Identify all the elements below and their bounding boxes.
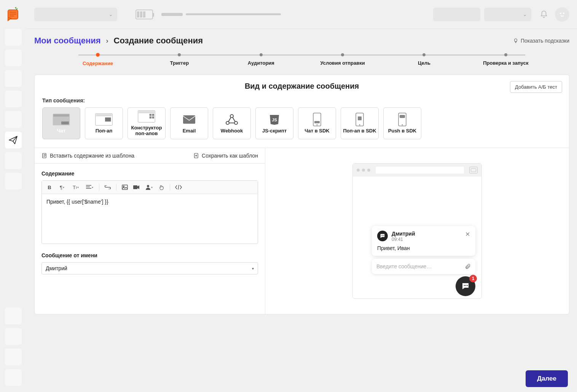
left-sidebar [0,0,27,392]
window-dot [367,169,370,172]
svg-point-42 [383,235,383,236]
type-email[interactable]: Email [170,107,208,139]
nav-item-10[interactable] [5,328,22,345]
type-sdk-popup[interactable]: Поп-ап в SDK [341,107,379,139]
svg-point-43 [383,235,384,236]
nav-item-8[interactable] [5,173,22,190]
svg-point-31 [402,124,403,125]
tabs-icon [469,167,478,174]
user-avatar[interactable] [555,7,569,22]
app-logo[interactable] [5,5,22,22]
breadcrumb-current: Создание сообщения [114,36,203,46]
svg-point-45 [465,285,467,286]
nav-item-7[interactable] [5,152,22,169]
svg-rect-18 [183,115,195,124]
footer: Далее [27,365,577,392]
nav-item-1[interactable] [5,29,22,46]
preview-message: Привет, Иван [377,245,470,251]
preview-sender-name: Дмитрий [392,231,415,237]
svg-rect-8 [61,121,69,124]
svg-point-46 [467,285,468,286]
lightbulb-icon [513,38,518,43]
nav-item-4[interactable] [5,91,22,107]
url-bar [376,167,464,174]
type-js[interactable]: JS JS-скрипт [255,107,293,139]
unread-badge: 1 [469,275,477,282]
card-title: Вид и содержание сообщения [245,82,359,91]
popup-icon [95,113,113,126]
step-content[interactable]: Содержание [57,53,139,66]
type-webhook[interactable]: Webhook [213,107,251,139]
nav-item-messages[interactable] [5,132,22,148]
svg-rect-37 [122,185,128,190]
svg-rect-10 [96,114,112,116]
builder-icon [138,110,155,123]
svg-rect-27 [358,116,362,120]
nav-item-9[interactable] [5,308,22,324]
link-button[interactable] [102,182,113,192]
type-chat[interactable]: Чат [42,107,80,139]
window-dot [357,169,360,172]
preview-time: 09:41 [392,237,415,242]
insert-from-template-button[interactable]: Вставить содержание из шаблона [41,153,134,159]
top-pill-2[interactable]: ⌄ [484,8,531,21]
step-review[interactable]: Проверка и запуск [465,53,547,66]
save-as-template-button[interactable]: Сохранить как шаблон [193,153,258,159]
paper-plane-icon [8,135,19,145]
content-label: Содержание [41,171,258,177]
bold-button[interactable]: B [44,182,55,192]
show-hints-button[interactable]: Показать подсказки [513,38,569,44]
nav-item-12[interactable] [5,369,22,386]
nav-item-3[interactable] [5,70,22,87]
top-bar: ⌄ ⌄ [27,0,577,29]
pointer-button[interactable] [156,182,167,192]
workspace-select[interactable]: ⌄ [34,8,117,21]
main-content: Мои сообщения › Создание сообщения Показ… [27,29,577,392]
attachment-icon[interactable] [465,263,471,270]
placeholder-text-1 [161,13,183,16]
close-icon[interactable]: ✕ [465,231,470,238]
breadcrumb-parent[interactable]: Мои сообщения [34,36,101,46]
editor-pane: Вставить содержание из шаблона Сохранить… [35,148,265,314]
svg-point-40 [147,185,149,187]
top-pill-1[interactable] [433,8,480,21]
svg-rect-13 [139,111,154,113]
svg-point-25 [317,124,318,125]
step-audience[interactable]: Аудитория [220,53,302,66]
nav-item-11[interactable] [5,349,22,365]
chat-preview-bubble: Дмитрий 09:41 ✕ Привет, Иван [372,226,475,256]
content-editor[interactable]: Привет, {{ user['$name'] }} [42,194,258,244]
sender-select[interactable]: Дмитрий ▾ [41,262,258,274]
caret-down-icon: ▾ [252,266,254,271]
message-card: Вид и содержание сообщения Добавить А/Б … [34,75,569,314]
step-goal[interactable]: Цель [383,53,465,66]
chat-fab[interactable]: 1 [456,276,475,296]
type-sdk-push[interactable]: Push в SDK [383,107,421,139]
chevron-down-icon: ⌄ [109,12,113,17]
type-popup-builder[interactable]: Конструктор поп-апов [128,107,166,139]
step-conditions[interactable]: Условия отправки [302,53,383,66]
user-var-button[interactable]: ▾ [142,182,155,192]
template-insert-icon [41,153,48,159]
svg-rect-39 [133,185,137,189]
nav-item-5[interactable] [5,111,22,128]
message-type-label: Тип сообщения: [35,97,569,107]
svg-text:JS: JS [272,118,277,122]
align-button[interactable]: ▾ [83,182,96,192]
next-button[interactable]: Далее [526,370,568,387]
add-ab-test-button[interactable]: Добавить А/Б тест [510,81,562,93]
video-button[interactable] [131,182,142,192]
text-format-button[interactable]: Tı▾ [69,182,82,192]
preview-input[interactable]: Введите сообщение… [372,259,475,274]
svg-rect-16 [150,116,151,118]
type-sdk-chat[interactable]: Чат в SDK [298,107,336,139]
type-popup[interactable]: Поп-ап [85,107,123,139]
sender-label: Сообщение от имени [41,252,258,258]
notifications-icon[interactable] [540,10,548,19]
paragraph-button[interactable]: ¶▾ [56,182,69,192]
code-button[interactable] [173,182,184,192]
step-trigger[interactable]: Триггер [139,53,220,66]
image-button[interactable] [120,182,130,192]
svg-point-4 [560,13,561,14]
nav-item-2[interactable] [5,49,22,66]
